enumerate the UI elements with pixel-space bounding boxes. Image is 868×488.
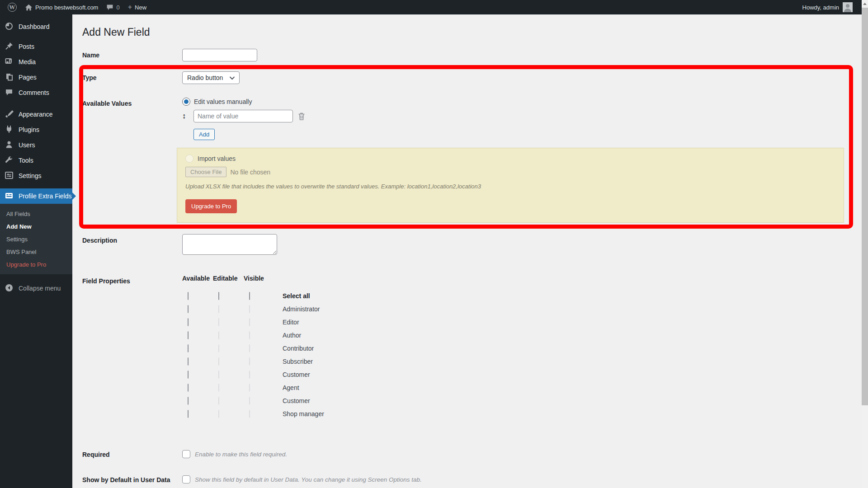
add-value-button[interactable]: Add xyxy=(193,129,215,140)
sidebar-item-media[interactable]: Media xyxy=(0,54,72,70)
sidebar-item-settings[interactable]: Settings xyxy=(0,168,72,183)
role-row-subscriber: Subscriber xyxy=(182,357,862,366)
import-values-label: Import values xyxy=(198,155,236,162)
howdy-admin[interactable]: Howdy, admin xyxy=(802,4,839,11)
sidebar-item-label: Dashboard xyxy=(19,23,50,30)
visible-checkbox xyxy=(249,410,250,418)
media-icon xyxy=(5,57,14,67)
sidebar-item-tools[interactable]: Tools xyxy=(0,153,72,168)
editable-checkbox xyxy=(218,318,219,326)
editable-checkbox xyxy=(218,344,219,352)
sidebar-item-label: Users xyxy=(19,141,35,149)
collapse-menu-button[interactable]: Collapse menu xyxy=(0,281,72,296)
role-row-shop-manager: Shop manager xyxy=(182,410,862,418)
available-checkbox[interactable] xyxy=(188,397,189,405)
chevron-down-icon xyxy=(229,74,235,81)
sidebar-item-users[interactable]: Users xyxy=(0,137,72,153)
sidebar-item-label: Tools xyxy=(19,157,33,164)
column-header-visible: Visible xyxy=(244,275,272,282)
available-checkbox[interactable] xyxy=(188,357,189,366)
avatar[interactable] xyxy=(843,2,853,12)
edit-values-manually-radio[interactable] xyxy=(182,98,190,106)
admin-sidebar: Dashboard Posts Media Pages Comments App… xyxy=(0,14,72,488)
visible-checkbox[interactable] xyxy=(249,292,250,300)
submenu-settings[interactable]: Settings xyxy=(0,233,72,245)
role-label: Select all xyxy=(283,292,310,300)
role-label: Shop manager xyxy=(283,410,324,418)
column-header-available: Available xyxy=(182,275,210,282)
sidebar-item-comments[interactable]: Comments xyxy=(0,85,72,100)
pushpin-icon xyxy=(5,42,14,52)
available-checkbox[interactable] xyxy=(188,371,189,379)
required-hint: Enable to make this field required. xyxy=(195,451,287,458)
available-checkbox[interactable] xyxy=(188,384,189,392)
role-label: Contributor xyxy=(283,345,314,352)
drag-handle[interactable]: ↕ xyxy=(182,112,193,120)
value-name-input[interactable] xyxy=(193,110,293,122)
sidebar-item-plugins[interactable]: Plugins xyxy=(0,122,72,137)
sidebar-item-appearance[interactable]: Appearance xyxy=(0,107,72,122)
sidebar-item-profile-extra-fields[interactable]: Profile Extra Fields xyxy=(0,188,72,204)
site-link[interactable]: Promo bestwebsoft.com xyxy=(21,0,102,14)
submenu-bws-panel[interactable]: BWS Panel xyxy=(0,245,72,258)
submenu-add-new[interactable]: Add New xyxy=(0,220,72,233)
editable-checkbox[interactable] xyxy=(218,292,219,300)
new-label: New xyxy=(135,4,146,11)
sidebar-item-posts[interactable]: Posts xyxy=(0,39,72,54)
no-file-chosen-text: No file chosen xyxy=(230,169,270,176)
comment-bubble-icon xyxy=(106,4,113,11)
field-properties-label: Field Properties xyxy=(82,275,182,423)
vertical-scrollbar[interactable] xyxy=(862,0,868,488)
submenu-upgrade-to-pro[interactable]: Upgrade to Pro xyxy=(0,258,72,271)
new-content-menu[interactable]: + New xyxy=(124,0,151,14)
collapse-arrow-icon xyxy=(5,283,14,294)
available-checkbox[interactable] xyxy=(188,305,189,313)
sidebar-item-dashboard[interactable]: Dashboard xyxy=(0,19,72,34)
scrollbar-thumb[interactable] xyxy=(862,8,868,405)
editable-checkbox xyxy=(218,371,219,379)
show-default-hint: Show this field by default in User Data.… xyxy=(195,476,422,483)
column-header-editable: Editable xyxy=(213,275,241,282)
main-content: Add New Field Name Type Radio button xyxy=(72,14,862,488)
name-input[interactable] xyxy=(182,49,257,61)
plus-icon: + xyxy=(128,4,132,11)
id-card-icon xyxy=(5,191,14,202)
editable-checkbox xyxy=(218,305,219,313)
available-checkbox[interactable] xyxy=(188,318,189,326)
role-row-contributor: Contributor xyxy=(182,344,862,352)
available-checkbox[interactable] xyxy=(188,292,189,300)
role-row-agent: Agent xyxy=(182,384,862,392)
role-label: Customer xyxy=(283,371,310,378)
pages-icon xyxy=(5,72,14,83)
required-checkbox[interactable] xyxy=(182,450,190,458)
description-textarea[interactable] xyxy=(182,234,277,255)
wordpress-logo-icon: W xyxy=(8,3,17,12)
sidebar-item-pages[interactable]: Pages xyxy=(0,70,72,85)
wp-logo-menu[interactable]: W xyxy=(4,0,21,14)
sliders-icon xyxy=(5,171,14,181)
plugin-icon xyxy=(5,125,14,135)
role-row-administrator: Administrator xyxy=(182,305,862,313)
available-checkbox[interactable] xyxy=(188,410,189,418)
role-label: Subscriber xyxy=(283,358,313,365)
trash-icon[interactable] xyxy=(297,112,306,121)
type-select[interactable]: Radio button xyxy=(182,71,240,84)
sidebar-item-label: Profile Extra Fields xyxy=(19,192,71,200)
choose-file-button[interactable]: Choose File xyxy=(185,167,226,177)
upgrade-to-pro-button[interactable]: Upgrade to Pro xyxy=(185,199,237,213)
visible-checkbox xyxy=(249,331,250,339)
visible-checkbox xyxy=(249,344,250,352)
type-label: Type xyxy=(82,71,182,84)
field-properties-grid: Select all Administrator Editor xyxy=(182,292,862,418)
comments-menu[interactable]: 0 xyxy=(102,0,123,14)
import-values-radio[interactable] xyxy=(185,155,193,163)
scrollbar-up-arrow[interactable] xyxy=(862,0,868,8)
submenu-all-fields[interactable]: All Fields xyxy=(0,207,72,220)
description-label: Description xyxy=(82,234,182,256)
user-icon xyxy=(5,140,14,150)
available-checkbox[interactable] xyxy=(188,331,189,339)
import-values-panel: Import values Choose File No file chosen… xyxy=(177,148,844,223)
show-default-checkbox[interactable] xyxy=(182,475,190,483)
available-checkbox[interactable] xyxy=(188,344,189,352)
editable-checkbox xyxy=(218,331,219,339)
